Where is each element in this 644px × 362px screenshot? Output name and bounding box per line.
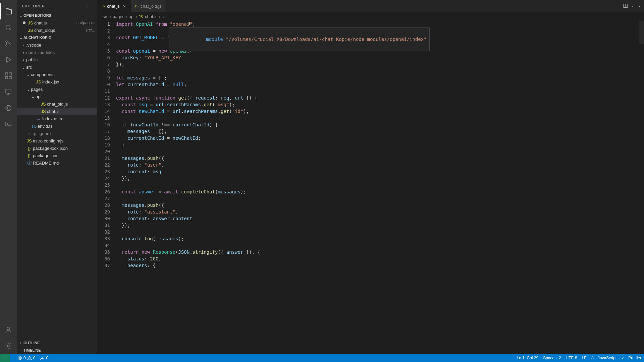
tree-file[interactable]: JSastro.config.mjs	[17, 137, 97, 144]
code-line[interactable]: content: msg	[116, 168, 644, 175]
code-line[interactable]: });	[116, 175, 644, 182]
tree-folder[interactable]: ›.vscode	[17, 41, 97, 49]
tree-file[interactable]: {}package.json	[17, 152, 97, 159]
breadcrumb-segment[interactable]: pages	[113, 14, 124, 19]
code-line[interactable]: console.log(messages);	[116, 235, 644, 242]
code-editor[interactable]: 1234567891011121314151617181920212223242…	[97, 21, 644, 354]
code-line[interactable]: role: "user",	[116, 162, 644, 168]
tree-folder[interactable]: ⌄pages	[17, 85, 97, 93]
status-ports[interactable]: 0	[40, 356, 48, 360]
code-line[interactable]: if (newChatId !== currentChatId) {	[116, 121, 644, 128]
code-line[interactable]: export async function get({ request: req…	[116, 95, 644, 101]
breadcrumb-segment[interactable]: api	[128, 14, 134, 19]
code-line[interactable]: import OpenAI from "openai";⌶	[116, 21, 644, 27]
code-line[interactable]: const newChatId = url.searchParams.get("…	[116, 108, 644, 115]
tree-item-label: chat.js	[47, 109, 95, 114]
tree-item-label: chat_old.js	[47, 102, 95, 107]
line-number-gutter: 1234567891011121314151617181920212223242…	[97, 21, 116, 269]
activity-extensions-icon[interactable]	[0, 68, 16, 84]
code-line[interactable]: const answer = await completeChat(messag…	[116, 188, 644, 195]
status-eol[interactable]: LF	[582, 356, 587, 360]
editor-tab[interactable]: JSchat.js×	[97, 0, 131, 12]
editor-tab[interactable]: JSchat_old.js	[131, 0, 165, 12]
svg-point-13	[7, 345, 9, 347]
code-line[interactable]: currentChatId = newChatId;	[116, 135, 644, 141]
tree-folder[interactable]: ⌄api	[17, 93, 97, 100]
minimap-thumb[interactable]	[639, 21, 644, 44]
breadcrumb-segment[interactable]: ...	[162, 14, 165, 19]
open-editors-header[interactable]: ⌄ OPEN EDITORS	[17, 12, 97, 19]
code-line[interactable]	[116, 242, 644, 249]
activity-astro-icon[interactable]	[0, 100, 16, 116]
code-line[interactable]	[116, 229, 644, 235]
hover-tooltip: module "/Volumes/Crucial X8/Downloads/ai…	[169, 27, 430, 51]
code-line[interactable]: return new Response(JSON.stringify({ ans…	[116, 249, 644, 255]
breadcrumb-segment[interactable]: src	[103, 14, 108, 19]
activity-settings-icon[interactable]	[0, 338, 16, 354]
status-prettier[interactable]: ✓ Prettier	[621, 356, 641, 360]
timeline-header[interactable]: › TIMELINE	[17, 347, 97, 354]
close-icon[interactable]: ×	[122, 4, 127, 9]
open-editor-item[interactable]: JSchat_old.jssrc/...	[17, 26, 97, 34]
remote-indicator[interactable]	[0, 354, 10, 362]
code-line[interactable]: messages.push({	[116, 202, 644, 208]
code-line[interactable]: content: answer.content	[116, 215, 644, 222]
tree-file[interactable]: TSenv.d.ts	[17, 122, 97, 130]
tree-folder[interactable]: ›node_modules	[17, 49, 97, 56]
line-number: 3	[97, 34, 110, 41]
code-line[interactable]: let messages = [];	[116, 74, 644, 81]
tree-folder[interactable]: ›public	[17, 56, 97, 63]
activity-remote-explorer-icon[interactable]	[0, 84, 16, 100]
activity-explorer-icon[interactable]	[0, 3, 16, 19]
tree-file[interactable]: ◦.gitignore	[17, 130, 97, 137]
code-line[interactable]: role: "assistant",	[116, 208, 644, 215]
activity-media-icon[interactable]	[0, 116, 16, 132]
code-line[interactable]: headers: {	[116, 262, 644, 269]
explorer-more-icon[interactable]: ···	[87, 4, 92, 8]
svg-point-0	[6, 25, 10, 29]
tree-file[interactable]: ⓘREADME.md	[17, 159, 97, 167]
activity-accounts-icon[interactable]	[0, 322, 16, 338]
code-line[interactable]: messages = [];	[116, 128, 644, 135]
code-line[interactable]	[116, 68, 644, 74]
code-line[interactable]: const msg = url.searchParams.get("msg");	[116, 101, 644, 108]
tree-file[interactable]: JSchat.js	[17, 108, 97, 115]
status-cursor-position[interactable]: Ln 1, Col 29	[517, 356, 538, 360]
tree-file[interactable]: JSindex.jsx	[17, 78, 97, 85]
code-line[interactable]: });	[116, 61, 644, 68]
code-line[interactable]: status: 200,	[116, 255, 644, 262]
breadcrumb-segment[interactable]: JS chat.js	[139, 14, 157, 19]
code-line[interactable]	[116, 148, 644, 155]
more-actions-icon[interactable]: ···	[632, 4, 641, 9]
tree-file[interactable]: JSchat_old.js	[17, 100, 97, 108]
code-line[interactable]: }	[116, 141, 644, 148]
project-folder-header[interactable]: ⌄ AI-CHAT KOPIE	[17, 34, 97, 41]
tree-folder[interactable]: ⌄src	[17, 63, 97, 71]
status-indentation[interactable]: Spaces: 2	[543, 356, 561, 360]
tree-item-label: README.md	[33, 161, 95, 166]
open-editor-item[interactable]: JSchat.jssrc/page...	[17, 19, 97, 26]
code-line[interactable]	[116, 115, 644, 121]
code-line[interactable]: apiKey: "YOUR_API_KEY"	[116, 54, 644, 61]
breadcrumbs[interactable]: src›pages›api›JS chat.js›...	[97, 12, 644, 21]
svg-rect-8	[6, 89, 11, 93]
svg-rect-4	[5, 73, 8, 75]
code-line[interactable]	[116, 182, 644, 188]
code-line[interactable]	[116, 88, 644, 95]
tree-folder[interactable]: ⌄components	[17, 71, 97, 78]
activity-source-control-icon[interactable]	[0, 36, 16, 52]
activity-search-icon[interactable]	[0, 19, 16, 36]
code-line[interactable]	[116, 195, 644, 202]
code-line[interactable]: messages.push({	[116, 155, 644, 162]
code-line[interactable]: let currentChatId = null;	[116, 81, 644, 88]
code-line[interactable]: });	[116, 222, 644, 229]
activity-run-debug-icon[interactable]	[0, 52, 16, 68]
status-language[interactable]: {} JavaScript	[591, 356, 616, 360]
minimap[interactable]	[639, 21, 644, 354]
tree-file[interactable]: {}package-lock.json	[17, 144, 97, 152]
tree-file[interactable]: ≡index.astro	[17, 115, 97, 122]
split-editor-icon[interactable]	[623, 3, 628, 9]
status-encoding[interactable]: UTF-8	[566, 356, 577, 360]
status-problems[interactable]: 0 0	[17, 356, 35, 360]
outline-header[interactable]: › OUTLINE	[17, 339, 97, 347]
